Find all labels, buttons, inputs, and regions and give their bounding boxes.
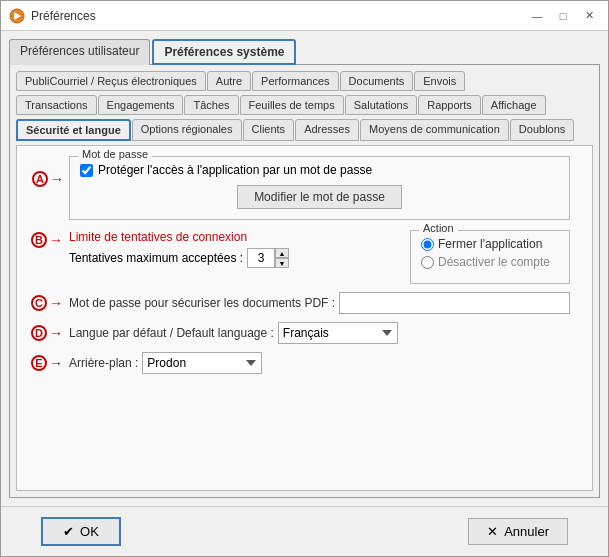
- spinner-down-button[interactable]: ▼: [275, 258, 289, 268]
- arrow-e-icon: →: [49, 355, 63, 371]
- tab-system-preferences[interactable]: Préférences système: [152, 39, 296, 65]
- spinner-up-button[interactable]: ▲: [275, 248, 289, 258]
- annotation-e: E: [31, 355, 47, 371]
- app-icon: [9, 8, 25, 24]
- pdf-password-row: C → Mot de passe pour sécuriser les docu…: [69, 292, 570, 314]
- ok-button[interactable]: ✔ OK: [41, 517, 121, 546]
- tab-securite[interactable]: Sécurité et langue: [16, 119, 131, 141]
- tab-bar-level1: Préférences utilisateur Préférences syst…: [9, 39, 600, 65]
- radio-desactiver-row: Désactiver le compte: [421, 255, 559, 269]
- limit-section: Limite de tentatives de connexion Tentat…: [69, 230, 398, 284]
- language-select[interactable]: Français English: [278, 322, 398, 344]
- preferences-panel: PubliCourriel / Reçus électroniques Autr…: [9, 64, 600, 498]
- pdf-password-input[interactable]: [339, 292, 570, 314]
- action-section: Action Fermer l'application Désactiver l…: [410, 230, 570, 284]
- tab-publicourriel[interactable]: PubliCourriel / Reçus électroniques: [16, 71, 206, 91]
- cancel-icon: ✕: [487, 524, 498, 539]
- tab-bar-row2: Transactions Engagements Tâches Feuilles…: [16, 95, 593, 115]
- attempts-row: Tentatives maximum acceptées : ▲ ▼: [69, 248, 398, 268]
- main-window: Préférences — □ ✕ Préférences utilisateu…: [0, 0, 609, 557]
- spinner-buttons: ▲ ▼: [275, 248, 289, 268]
- radio-fermer-row: Fermer l'application: [421, 237, 559, 251]
- background-row: E → Arrière-plan : Prodon Default: [69, 352, 570, 374]
- arrow-b-icon: →: [49, 232, 63, 248]
- radio-fermer-label: Fermer l'application: [438, 237, 542, 251]
- tab-autre[interactable]: Autre: [207, 71, 251, 91]
- attempts-input[interactable]: [247, 248, 275, 268]
- password-checkbox-row: Protéger l'accès à l'application par un …: [80, 163, 559, 177]
- annotation-c: C: [31, 295, 47, 311]
- attempts-spinner: ▲ ▼: [247, 248, 289, 268]
- pdf-password-label: Mot de passe pour sécuriser les document…: [69, 296, 335, 310]
- tab-clients[interactable]: Clients: [243, 119, 295, 141]
- radio-desactiver-label: Désactiver le compte: [438, 255, 550, 269]
- minimize-button[interactable]: —: [526, 5, 548, 27]
- annotation-a-wrapper: A →: [32, 171, 64, 187]
- footer: ✔ OK ✕ Annuler: [1, 506, 608, 556]
- annotation-a: A: [32, 171, 48, 187]
- password-section-title: Mot de passe: [78, 148, 152, 160]
- tab-transactions[interactable]: Transactions: [16, 95, 97, 115]
- tab-options-regionales[interactable]: Options régionales: [132, 119, 242, 141]
- tab-performances[interactable]: Performances: [252, 71, 338, 91]
- tab-bar-row1: PubliCourriel / Reçus électroniques Autr…: [16, 71, 593, 91]
- tab-doublons[interactable]: Doublons: [510, 119, 574, 141]
- tab-moyens[interactable]: Moyens de communication: [360, 119, 509, 141]
- tab-content: Mot de passe A → Protéger l'accès à l'ap…: [16, 145, 593, 491]
- tab-salutations[interactable]: Salutations: [345, 95, 417, 115]
- annotation-b-wrapper: B →: [31, 232, 63, 248]
- password-section: Mot de passe A → Protéger l'accès à l'ap…: [69, 156, 570, 220]
- attempts-label: Tentatives maximum acceptées :: [69, 251, 243, 265]
- tab-user-preferences[interactable]: Préférences utilisateur: [9, 39, 150, 65]
- radio-fermer[interactable]: [421, 238, 434, 251]
- tab-taches[interactable]: Tâches: [184, 95, 238, 115]
- modify-password-button[interactable]: Modifier le mot de passe: [237, 185, 402, 209]
- ok-label: OK: [80, 524, 99, 539]
- tab-envois[interactable]: Envois: [414, 71, 465, 91]
- annotation-e-wrapper: E →: [31, 355, 63, 371]
- arrow-c-icon: →: [49, 295, 63, 311]
- arrow-d-icon: →: [49, 325, 63, 341]
- annotation-c-wrapper: C →: [31, 295, 63, 311]
- tab-engagements[interactable]: Engagements: [98, 95, 184, 115]
- close-button[interactable]: ✕: [578, 5, 600, 27]
- tab-adresses[interactable]: Adresses: [295, 119, 359, 141]
- tab-affichage[interactable]: Affichage: [482, 95, 546, 115]
- window-title: Préférences: [31, 9, 526, 23]
- protect-checkbox[interactable]: [80, 164, 93, 177]
- cancel-label: Annuler: [504, 524, 549, 539]
- background-select[interactable]: Prodon Default: [142, 352, 262, 374]
- language-label: Langue par défaut / Default language :: [69, 326, 274, 340]
- protect-label: Protéger l'accès à l'application par un …: [98, 163, 372, 177]
- limit-label: Limite de tentatives de connexion: [69, 230, 398, 244]
- radio-desactiver[interactable]: [421, 256, 434, 269]
- tab-bar-row3: Sécurité et langue Options régionales Cl…: [16, 119, 593, 141]
- ok-icon: ✔: [63, 524, 74, 539]
- annotation-d: D: [31, 325, 47, 341]
- action-title: Action: [419, 222, 458, 234]
- annotation-d-wrapper: D →: [31, 325, 63, 341]
- tab-rapports[interactable]: Rapports: [418, 95, 481, 115]
- maximize-button[interactable]: □: [552, 5, 574, 27]
- tab-feuilles[interactable]: Feuilles de temps: [240, 95, 344, 115]
- arrow-a-icon: →: [50, 171, 64, 187]
- background-label: Arrière-plan :: [69, 356, 138, 370]
- title-bar: Préférences — □ ✕: [1, 1, 608, 31]
- tab-documents[interactable]: Documents: [340, 71, 414, 91]
- language-row: D → Langue par défaut / Default language…: [69, 322, 570, 344]
- annotation-b: B: [31, 232, 47, 248]
- cancel-button[interactable]: ✕ Annuler: [468, 518, 568, 545]
- content-area: Préférences utilisateur Préférences syst…: [1, 31, 608, 506]
- window-controls: — □ ✕: [526, 5, 600, 27]
